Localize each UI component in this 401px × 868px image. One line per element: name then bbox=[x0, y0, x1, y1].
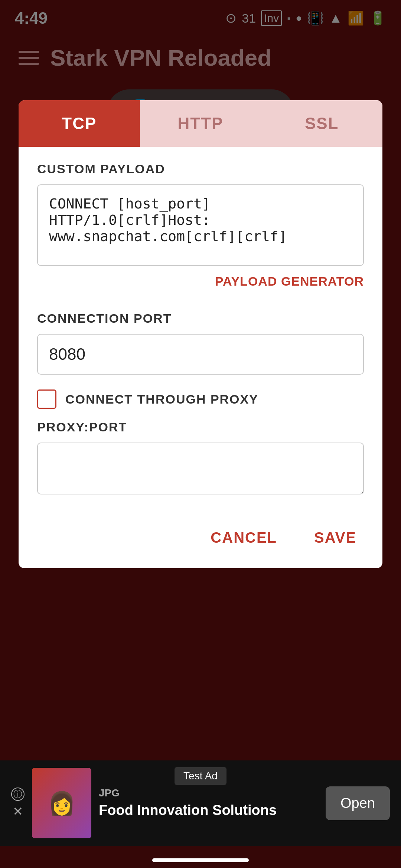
ad-banner: ⓘ ✕ 👩 JPG Food Innovation Solutions Test… bbox=[0, 760, 401, 846]
proxy-checkbox-row: CONNECT THROUGH PROXY bbox=[37, 389, 364, 409]
dialog-content: CUSTOM PAYLOAD PAYLOAD GENERATOR CONNECT… bbox=[19, 147, 382, 511]
ad-info-icon[interactable]: ⓘ bbox=[11, 788, 25, 801]
custom-payload-input[interactable] bbox=[37, 184, 364, 266]
ad-badge: Test Ad bbox=[175, 767, 226, 785]
ad-open-button[interactable]: Open bbox=[326, 786, 390, 820]
payload-generator-text[interactable]: PAYLOAD GENERATOR bbox=[215, 274, 364, 288]
save-button[interactable]: SAVE bbox=[307, 526, 364, 550]
ad-close-button[interactable]: ✕ bbox=[13, 804, 23, 819]
cancel-button[interactable]: CANCEL bbox=[203, 526, 284, 550]
proxy-port-label: PROXY:PORT bbox=[37, 420, 364, 434]
protocol-tabs: TCP HTTP SSL bbox=[19, 100, 382, 147]
home-indicator bbox=[152, 858, 249, 862]
proxy-port-input[interactable] bbox=[37, 443, 364, 494]
tab-ssl[interactable]: SSL bbox=[261, 100, 382, 147]
tab-tcp[interactable]: TCP bbox=[19, 100, 140, 147]
ad-type: JPG bbox=[99, 787, 318, 799]
custom-payload-label: CUSTOM PAYLOAD bbox=[37, 162, 364, 176]
ad-title: Food Innovation Solutions bbox=[99, 802, 318, 819]
settings-dialog: TCP HTTP SSL CUSTOM PAYLOAD PAYLOAD GENE… bbox=[19, 100, 382, 568]
payload-generator-link[interactable]: PAYLOAD GENERATOR bbox=[37, 274, 364, 289]
ad-thumbnail: 👩 bbox=[32, 768, 91, 838]
connection-port-label: CONNECTION PORT bbox=[37, 311, 364, 326]
dialog-buttons: CANCEL SAVE bbox=[19, 511, 382, 553]
divider bbox=[37, 300, 364, 300]
connect-through-proxy-checkbox[interactable] bbox=[37, 389, 56, 409]
connect-through-proxy-label: CONNECT THROUGH PROXY bbox=[65, 392, 258, 407]
tab-http[interactable]: HTTP bbox=[140, 100, 261, 147]
connection-port-input[interactable] bbox=[37, 334, 364, 375]
ad-text: JPG Food Innovation Solutions bbox=[99, 787, 318, 819]
